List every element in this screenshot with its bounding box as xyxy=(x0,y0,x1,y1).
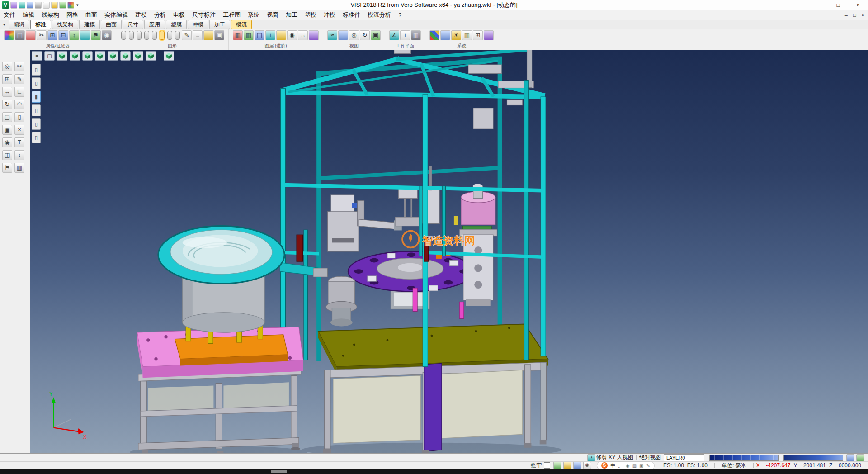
tab-progress[interactable]: 冲模 xyxy=(188,20,208,29)
new-document-icon[interactable] xyxy=(10,2,17,9)
workplane-xy-icon[interactable]: ∠ xyxy=(389,30,399,40)
menu-mesh[interactable]: 网格 xyxy=(63,10,82,20)
delete-tool-icon[interactable]: × xyxy=(14,125,24,135)
layer-visibility-icon[interactable]: ◉ xyxy=(287,30,297,40)
view-rotate-icon[interactable]: ↻ xyxy=(360,30,370,40)
view-right-icon[interactable] xyxy=(133,51,143,61)
keyboard-icon[interactable]: ▥ xyxy=(632,463,637,468)
snapshot-view-icon[interactable]: ▯ xyxy=(32,77,41,89)
text-tool-icon[interactable]: T xyxy=(14,137,24,147)
menu-edit[interactable]: 编辑 xyxy=(19,10,38,20)
layer-purge-icon[interactable] xyxy=(309,30,319,40)
filter-icon[interactable] xyxy=(80,30,90,40)
view-mode-label[interactable]: 绝对视图 xyxy=(639,454,661,461)
line-width-icon[interactable]: ≡ xyxy=(193,30,203,40)
3d-viewport[interactable]: 智造资料网 Y X ≡ ▢ ▯ ▯ ▮ ▯ ▯ ▯ xyxy=(30,50,868,453)
layers-tool-icon[interactable]: ▤ xyxy=(2,112,12,122)
save-icon[interactable] xyxy=(27,2,33,9)
section-tool-icon[interactable]: ◫ xyxy=(2,150,12,160)
move-tool-icon[interactable]: ↕ xyxy=(14,150,24,160)
view-shade-icon[interactable] xyxy=(338,30,348,40)
swap-arrows-icon[interactable]: ↕ xyxy=(69,30,79,40)
pen-style-icon[interactable] xyxy=(152,31,157,40)
status-mini-icon[interactable] xyxy=(856,454,864,461)
flag-icon[interactable]: ⚑ xyxy=(91,30,101,40)
mdi-minimize-button[interactable]: – xyxy=(845,12,848,18)
tab-surface[interactable]: 曲面 xyxy=(101,20,122,29)
solid-tool-icon[interactable]: ▣ xyxy=(2,125,12,135)
menu-progress[interactable]: 冲模 xyxy=(320,10,339,20)
pen-style-icon[interactable] xyxy=(121,31,126,40)
ime-tools-icon[interactable]: ✎ xyxy=(646,463,650,468)
tab-flow[interactable]: 模流 xyxy=(231,20,252,29)
sketch-tool-icon[interactable]: ✎ xyxy=(14,74,24,84)
minimize-button[interactable]: – xyxy=(808,0,828,10)
menu-modeling[interactable]: 建模 xyxy=(132,10,151,20)
flask-icon[interactable] xyxy=(59,2,66,9)
clipboard-tool-icon[interactable]: ▥ xyxy=(14,163,24,173)
active-view-icon[interactable]: ▮ xyxy=(32,91,41,103)
layer-grid-red-icon[interactable]: ▦ xyxy=(233,30,243,40)
eraser-icon[interactable] xyxy=(26,30,36,40)
trim-view-label[interactable]: 修剪 XY 大视图 xyxy=(596,454,633,461)
view-iso-icon[interactable]: ▣ xyxy=(371,30,381,40)
menu-file[interactable]: 文件 xyxy=(0,10,19,20)
printer-icon[interactable]: ▤ xyxy=(15,30,25,40)
system-snap-icon[interactable]: ⊞ xyxy=(473,30,483,40)
maximize-button[interactable]: □ xyxy=(828,0,848,10)
tab-application[interactable]: 应用 xyxy=(144,20,165,29)
system-cplane-icon[interactable] xyxy=(484,30,494,40)
status-mini-icon[interactable] xyxy=(846,454,854,461)
rotate-tool-icon[interactable]: ↻ xyxy=(2,100,12,109)
tab-dimension[interactable]: 尺寸 xyxy=(123,20,143,29)
snap-grid-icon[interactable]: ⊞ xyxy=(2,74,12,84)
tab-machining[interactable]: 加工 xyxy=(209,20,230,29)
view-back-icon[interactable] xyxy=(108,51,118,61)
view-top-icon[interactable] xyxy=(82,51,93,61)
tabbar-dropdown-icon[interactable]: ▾ xyxy=(0,22,8,27)
mdi-close-button[interactable]: × xyxy=(862,12,864,18)
menu-mould[interactable]: 塑模 xyxy=(301,10,320,20)
pen-style-icon[interactable] xyxy=(137,31,142,40)
osnap-icon[interactable]: ◉ xyxy=(583,462,591,469)
menu-flow-analysis[interactable]: 模流分析 xyxy=(364,10,395,20)
tab-edit[interactable]: 编辑 xyxy=(9,20,29,29)
workplane-grid-icon[interactable]: ▦ xyxy=(411,30,421,40)
layer-grid-green-icon[interactable]: ▦ xyxy=(244,30,254,40)
snap-icon[interactable] xyxy=(553,462,561,469)
color-filter-icon[interactable] xyxy=(4,30,14,40)
menu-wireframe[interactable]: 线架构 xyxy=(38,10,63,20)
fillet-tool-icon[interactable]: ◠ xyxy=(14,100,24,109)
clipboard-view-icon[interactable]: ▯ xyxy=(32,64,41,76)
ime-skin-icon[interactable]: ▣ xyxy=(639,463,643,468)
pen-style-icon[interactable] xyxy=(167,31,172,40)
close-button[interactable]: × xyxy=(848,0,868,10)
view-custom-icon[interactable] xyxy=(164,51,174,61)
layer-color-strip[interactable] xyxy=(709,455,779,461)
3d-model-canvas[interactable]: 智造资料网 Y X xyxy=(30,50,868,453)
grid-icon[interactable] xyxy=(563,462,571,469)
ortho-icon[interactable] xyxy=(573,462,581,469)
pan-tool-icon[interactable]: ↔ xyxy=(2,87,12,97)
ime-language-toggle[interactable]: 中 xyxy=(610,462,615,469)
view-zoom-icon[interactable]: ◎ xyxy=(349,30,359,40)
trim-tool-icon[interactable]: ✂ xyxy=(14,62,24,71)
view-bottom-icon[interactable] xyxy=(146,51,156,61)
workplane-axis-icon[interactable]: + xyxy=(400,30,410,40)
layer-selector[interactable]: LAYER0 xyxy=(664,454,704,461)
preview-icon[interactable] xyxy=(43,2,50,9)
mdi-restore-button[interactable]: □ xyxy=(853,12,856,18)
zoom-tool-icon[interactable]: ◎ xyxy=(2,62,12,71)
layer-documents-icon[interactable]: ▤ xyxy=(255,30,264,40)
magnet-icon[interactable]: ◉ xyxy=(102,30,112,40)
view-plane-icon[interactable]: ▢ xyxy=(44,51,55,61)
sogou-logo-icon[interactable]: S xyxy=(601,462,608,469)
tab-mould[interactable]: 塑膜 xyxy=(166,20,187,29)
menu-window[interactable]: 视窗 xyxy=(263,10,282,20)
menu-surface[interactable]: 曲面 xyxy=(82,10,101,20)
tab-standard[interactable]: 标准 xyxy=(30,20,51,29)
tab-wireframe[interactable]: 线架构 xyxy=(52,20,78,29)
point-tool-icon[interactable]: ◉ xyxy=(2,137,12,147)
system-grid-icon[interactable]: ▦ xyxy=(462,30,472,40)
lock-checkbox[interactable] xyxy=(544,462,550,469)
